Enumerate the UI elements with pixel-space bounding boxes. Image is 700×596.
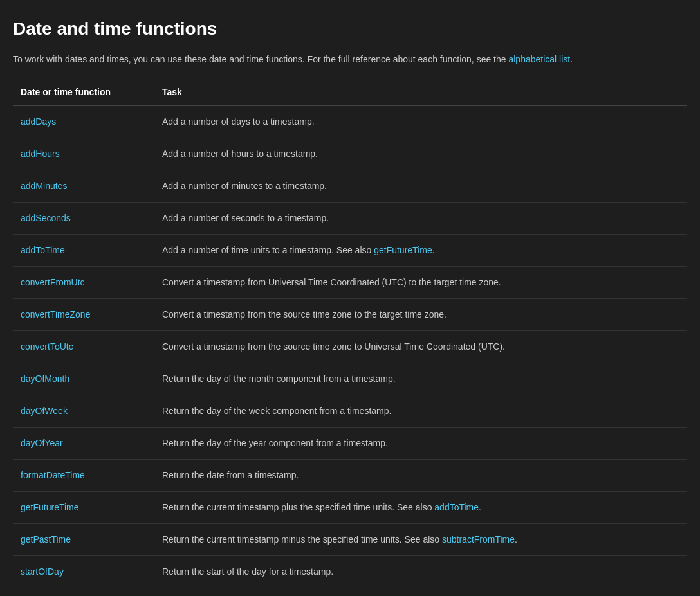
function-cell: dayOfWeek: [13, 395, 154, 428]
task-after-text: .: [432, 245, 435, 255]
function-cell: getFutureTime: [13, 492, 154, 524]
task-link[interactable]: addToTime: [434, 502, 479, 512]
functions-table: Date or time function Task addDaysAdd a …: [13, 79, 687, 588]
alphabetical-list-link[interactable]: alphabetical list: [508, 54, 570, 64]
task-cell: Add a number of seconds to a timestamp.: [154, 203, 687, 235]
task-cell: Return the current timestamp plus the sp…: [154, 492, 687, 524]
task-text: Return the current timestamp minus the s…: [162, 534, 442, 545]
table-row: addMinutesAdd a number of minutes to a t…: [13, 170, 687, 203]
task-cell: Return the day of the week component fro…: [154, 395, 687, 428]
table-row: getPastTimeReturn the current timestamp …: [13, 524, 687, 556]
function-cell: convertTimeZone: [13, 299, 154, 331]
function-cell: addHours: [13, 138, 154, 170]
task-cell: Return the day of the year component fro…: [154, 428, 687, 460]
function-cell: convertFromUtc: [13, 267, 154, 299]
table-row: dayOfWeekReturn the day of the week comp…: [13, 395, 687, 428]
function-cell: convertToUtc: [13, 331, 154, 363]
task-cell: Add a number of days to a timestamp.: [154, 106, 687, 138]
functions-table-container: Date or time function Task addDaysAdd a …: [13, 79, 687, 588]
function-cell: formatDateTime: [13, 460, 154, 492]
table-row: convertToUtcConvert a timestamp from the…: [13, 331, 687, 363]
function-cell: addToTime: [13, 235, 154, 267]
task-cell: Add a number of minutes to a timestamp.: [154, 170, 687, 203]
table-row: startOfDayReturn the start of the day fo…: [13, 556, 687, 588]
function-link[interactable]: getFutureTime: [21, 502, 79, 512]
task-cell: Return the start of the day for a timest…: [154, 556, 687, 588]
intro-text: To work with dates and times, you can us…: [13, 54, 506, 64]
task-link[interactable]: subtractFromTime: [442, 534, 515, 545]
page-title: Date and time functions: [13, 15, 687, 42]
task-cell: Add a number of time units to a timestam…: [154, 235, 687, 267]
function-link[interactable]: addSeconds: [21, 213, 71, 223]
function-cell: addMinutes: [13, 170, 154, 203]
function-link[interactable]: formatDateTime: [21, 470, 85, 480]
task-after-text: .: [515, 534, 517, 545]
function-cell: getPastTime: [13, 524, 154, 556]
function-link[interactable]: addDays: [21, 116, 56, 127]
function-link[interactable]: convertTimeZone: [21, 309, 90, 320]
function-link[interactable]: startOfDay: [21, 566, 64, 577]
col-function-header: Date or time function: [13, 79, 154, 106]
table-row: formatDateTimeReturn the date from a tim…: [13, 460, 687, 492]
task-cell: Return the date from a timestamp.: [154, 460, 687, 492]
task-cell: Convert a timestamp from Universal Time …: [154, 267, 687, 299]
function-cell: addSeconds: [13, 203, 154, 235]
intro-paragraph: To work with dates and times, you can us…: [13, 53, 687, 66]
task-after-text: .: [479, 502, 481, 512]
table-row: addSecondsAdd a number of seconds to a t…: [13, 203, 687, 235]
task-text: Return the current timestamp plus the sp…: [162, 502, 434, 512]
task-cell: Return the current timestamp minus the s…: [154, 524, 687, 556]
function-link[interactable]: dayOfYear: [21, 438, 63, 448]
table-row: dayOfMonthReturn the day of the month co…: [13, 363, 687, 395]
task-cell: Return the day of the month component fr…: [154, 363, 687, 395]
function-cell: addDays: [13, 106, 154, 138]
function-cell: dayOfYear: [13, 428, 154, 460]
table-row: addHoursAdd a number of hours to a times…: [13, 138, 687, 170]
function-cell: startOfDay: [13, 556, 154, 588]
table-row: convertFromUtcConvert a timestamp from U…: [13, 267, 687, 299]
task-text: Add a number of time units to a timestam…: [162, 245, 374, 255]
function-cell: dayOfMonth: [13, 363, 154, 395]
function-link[interactable]: addMinutes: [21, 181, 67, 191]
table-header-row: Date or time function Task: [13, 79, 687, 106]
function-link[interactable]: dayOfWeek: [21, 406, 68, 416]
function-link[interactable]: getPastTime: [21, 534, 71, 545]
task-cell: Add a number of hours to a timestamp.: [154, 138, 687, 170]
function-link[interactable]: dayOfMonth: [21, 374, 69, 384]
table-row: addDaysAdd a number of days to a timesta…: [13, 106, 687, 138]
task-cell: Convert a timestamp from the source time…: [154, 299, 687, 331]
function-link[interactable]: addHours: [21, 149, 60, 159]
col-task-header: Task: [154, 79, 687, 106]
intro-period: .: [570, 54, 573, 64]
table-row: convertTimeZoneConvert a timestamp from …: [13, 299, 687, 331]
task-cell: Convert a timestamp from the source time…: [154, 331, 687, 363]
function-link[interactable]: convertFromUtc: [21, 277, 85, 287]
table-row: getFutureTimeReturn the current timestam…: [13, 492, 687, 524]
table-row: dayOfYearReturn the day of the year comp…: [13, 428, 687, 460]
function-link[interactable]: convertToUtc: [21, 341, 73, 352]
table-row: addToTimeAdd a number of time units to a…: [13, 235, 687, 267]
function-link[interactable]: addToTime: [21, 245, 65, 255]
task-link[interactable]: getFutureTime: [374, 245, 432, 255]
